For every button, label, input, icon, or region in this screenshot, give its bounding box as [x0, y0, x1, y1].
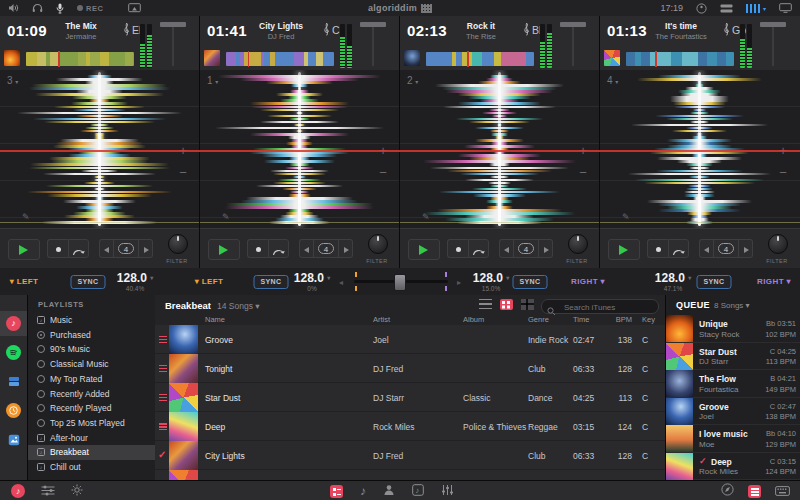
playlist-item-top-25-most-played[interactable]: Top 25 Most Played [28, 416, 155, 431]
loop-length-button[interactable]: 4 [513, 239, 539, 258]
table-song-count[interactable]: 14 Songs ▾ [217, 301, 260, 311]
mixer-layers-icon[interactable] [720, 4, 733, 13]
crossfader-handle[interactable] [394, 274, 406, 291]
playlist-item-my-top-rated[interactable]: My Top Rated [28, 372, 155, 387]
browse-genres-icon[interactable] [441, 482, 454, 500]
bounce-loop-button[interactable] [668, 239, 689, 258]
search-field[interactable] [541, 299, 659, 314]
song-row-tonight[interactable]: TonightDJ FredClub06:33128C [155, 354, 665, 383]
filter-knob[interactable] [368, 234, 388, 254]
browse-playlists-icon[interactable]: ♪ [360, 484, 366, 498]
column-header-genre[interactable]: Genre [528, 315, 549, 324]
playlist-item-breakbeat[interactable]: ♪Breakbeat [28, 445, 155, 460]
source-files-icon[interactable] [6, 374, 21, 389]
loop-halve-button[interactable] [499, 239, 513, 258]
queue-row-i-love-music[interactable]: I love musicMoeBb 04:10129 BPM [666, 425, 800, 453]
waveform-zoom-out-button[interactable]: − [776, 166, 790, 180]
browse-songs-icon[interactable] [330, 485, 343, 498]
playlist-item-classical-music[interactable]: Classical Music [28, 357, 155, 372]
overview-waveform[interactable] [26, 52, 134, 66]
column-header-bpm[interactable]: BPM [616, 315, 632, 324]
waveform-zoom-out-button[interactable]: − [576, 166, 590, 180]
loop-double-button[interactable] [339, 239, 353, 258]
waveform-zoom-out-button[interactable]: − [376, 166, 390, 180]
deck-assign-right[interactable]: RIGHT ▾ [757, 277, 791, 286]
column-header-name[interactable]: Name [205, 315, 225, 324]
queue-row-deep[interactable]: ✓DeepRock MilesC 03:15124 BPM [666, 453, 800, 481]
loop-length-button[interactable]: 4 [313, 239, 339, 258]
sync-button[interactable]: SYNC [71, 275, 106, 289]
song-row-partial[interactable] [155, 470, 665, 480]
deck-assign-right[interactable]: RIGHT ▾ [571, 277, 605, 286]
bpm-display[interactable]: 128.0 ▾15.0% [473, 271, 509, 292]
loop-length-button[interactable]: 4 [713, 239, 739, 258]
filter-knob[interactable] [768, 234, 788, 254]
playlist-item-after-hour[interactable]: ♪After-hour [28, 431, 155, 446]
waveform-display[interactable]: 2 ▾+−✎ [400, 70, 599, 228]
source-itunes-icon[interactable]: ♪ [6, 316, 21, 331]
source-explorer-icon[interactable] [6, 432, 21, 447]
loop-halve-button[interactable] [299, 239, 313, 258]
view-list-icon[interactable] [479, 299, 492, 310]
edit-beatgrid-icon[interactable]: ✎ [622, 212, 630, 222]
browse-artists-icon[interactable] [383, 482, 395, 500]
song-row-deep[interactable]: DeepRock MilesPolice & ThievesReggae03:1… [155, 412, 665, 441]
play-button[interactable] [208, 239, 240, 260]
playlist-item-90-s-music[interactable]: 90's Music [28, 342, 155, 357]
waveform-display[interactable]: 4 ▾+−✎ [600, 70, 800, 228]
edit-beatgrid-icon[interactable]: ✎ [422, 212, 430, 222]
queue-row-unique[interactable]: UniqueStacy RockBb 03:51102 BPM [666, 315, 800, 343]
source-spotify-icon[interactable] [6, 345, 21, 360]
browse-albums-icon[interactable]: ♪ [412, 482, 424, 500]
overview-waveform[interactable] [226, 52, 334, 66]
queue-row-the-flow[interactable]: The FlowFourtasticaB 04:21149 BPM [666, 370, 800, 398]
view-artlist-icon[interactable] [500, 299, 513, 310]
filter-knob[interactable] [568, 234, 588, 254]
filter-knob[interactable] [168, 234, 188, 254]
column-header-artist[interactable]: Artist [373, 315, 390, 324]
overview-waveform[interactable] [626, 52, 734, 66]
deck-assign-left[interactable]: ▾ LEFT [195, 277, 224, 286]
deck-number-label[interactable]: 1 ▾ [207, 75, 218, 86]
song-row-star-dust[interactable]: Star DustDJ StarrClassicDance04:25113C [155, 383, 665, 412]
loop-halve-button[interactable] [99, 239, 113, 258]
song-row-city-lights[interactable]: ✓City LightsDJ FredClub06:33128C [155, 441, 665, 470]
queue-song-count[interactable]: 8 Songs ▾ [714, 301, 750, 310]
loop-double-button[interactable] [139, 239, 153, 258]
column-header-album[interactable]: Album [463, 315, 484, 324]
column-header-time[interactable]: Time [573, 315, 589, 324]
queue-row-star-dust[interactable]: Star DustDJ StarrC 04:25113 BPM [666, 343, 800, 371]
loop-halve-button[interactable] [699, 239, 713, 258]
playlist-item-chill-out[interactable]: ♪Chill out [28, 460, 155, 475]
overview-waveform[interactable] [426, 52, 534, 66]
bpm-display[interactable]: 128.0 ▾40.4% [117, 271, 153, 292]
source-history-icon[interactable] [6, 403, 21, 418]
sync-button[interactable]: SYNC [513, 275, 548, 289]
playlist-item-music[interactable]: ♪Music [28, 313, 155, 328]
itunes-library-icon[interactable]: ♪ [11, 484, 25, 498]
settings-icon[interactable] [71, 482, 83, 500]
cue-set-button[interactable] [647, 239, 668, 258]
queue-row-groove[interactable]: GrooveJoelC 02:47138 BPM [666, 398, 800, 426]
play-button[interactable] [608, 239, 640, 260]
deck-number-label[interactable]: 4 ▾ [607, 75, 618, 86]
automix-icon[interactable] [41, 482, 55, 500]
match-compass-icon[interactable] [721, 482, 734, 500]
bpm-display[interactable]: 128.0 ▾47.1% [655, 271, 691, 292]
precue-target-icon[interactable] [696, 3, 707, 14]
keyboard-shortcuts-icon[interactable] [775, 482, 790, 500]
playlist-item-recently-played[interactable]: Recently Played [28, 401, 155, 416]
playlist-item-recently-added[interactable]: Recently Added [28, 387, 155, 402]
cue-set-button[interactable] [247, 239, 268, 258]
search-input[interactable] [562, 300, 656, 315]
waveform-zoom-out-button[interactable]: − [176, 166, 190, 180]
loop-double-button[interactable] [539, 239, 553, 258]
edit-beatgrid-icon[interactable]: ✎ [22, 212, 30, 222]
bounce-loop-button[interactable] [268, 239, 289, 258]
crossfader-right-arrow-icon[interactable]: ▸ [457, 278, 461, 287]
cue-set-button[interactable] [47, 239, 68, 258]
song-row-groove[interactable]: GrooveJoelIndie Rock02:47138C [155, 325, 665, 354]
waveform-display[interactable]: 1 ▾+−✎ [200, 70, 399, 228]
bounce-loop-button[interactable] [68, 239, 89, 258]
sync-button[interactable]: SYNC [254, 275, 289, 289]
